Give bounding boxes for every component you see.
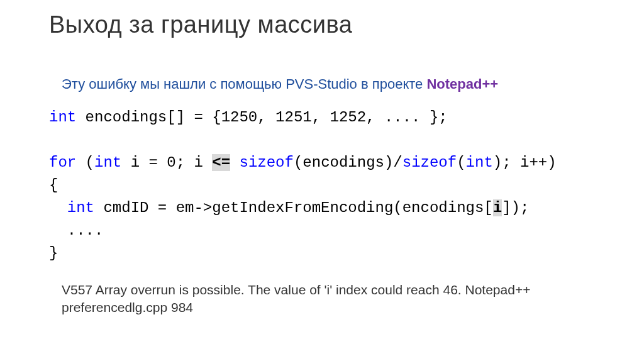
code-text	[230, 154, 239, 171]
code-highlight-operator: <=	[212, 154, 230, 171]
code-kw-int: int	[67, 199, 94, 216]
code-text: }	[49, 245, 58, 262]
code-text: (	[457, 154, 465, 171]
code-text: {	[49, 177, 58, 194]
code-kw-int: int	[466, 154, 493, 171]
code-text: ....	[49, 222, 103, 239]
code-highlight-var: i	[493, 199, 502, 216]
subtitle-project: Notepad++	[426, 76, 498, 92]
code-text: ]);	[502, 199, 529, 216]
diagnostic-message: V557 Array overrun is possible. The valu…	[62, 281, 606, 317]
slide-title: Выход за границу массива	[49, 11, 606, 38]
subtitle-prefix: Эту ошибку мы нашли с помощью PVS-Studio…	[62, 76, 426, 92]
code-kw-int: int	[49, 109, 76, 126]
code-text: (encodings)/	[294, 154, 402, 171]
code-text: (	[76, 154, 94, 171]
code-block: int encodings[] = {1250, 1251, 1252, ...…	[49, 106, 606, 265]
code-text: i = 0; i	[121, 154, 212, 171]
code-text: encodings[] = {1250, 1251, 1252, .... };	[76, 109, 448, 126]
code-kw-sizeof: sizeof	[402, 154, 457, 171]
code-kw-int: int	[94, 154, 121, 171]
slide-subtitle: Эту ошибку мы нашли с помощью PVS-Studio…	[62, 76, 606, 92]
code-text	[49, 199, 67, 216]
code-text: cmdID = em->getIndexFromEncoding(encodin…	[94, 199, 493, 216]
code-kw-for: for	[49, 154, 76, 171]
code-text: ); i++)	[493, 154, 557, 171]
code-kw-sizeof: sizeof	[240, 154, 294, 171]
